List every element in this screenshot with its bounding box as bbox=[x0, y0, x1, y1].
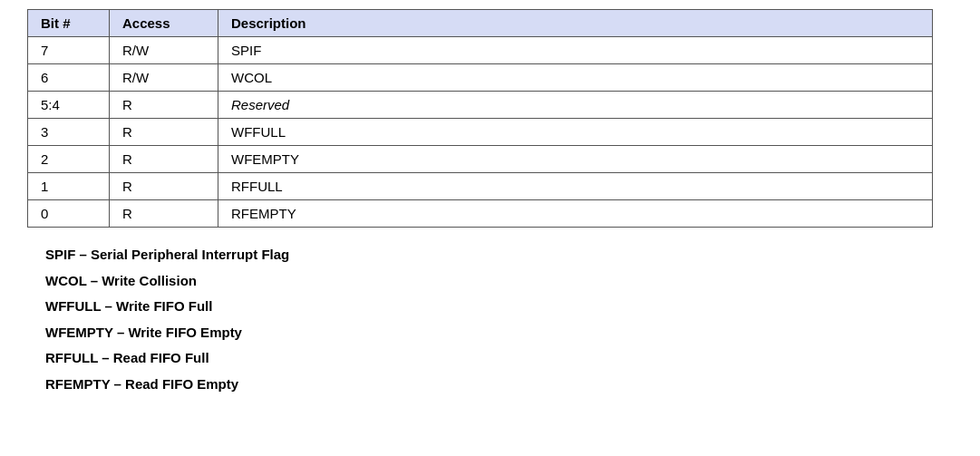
cell-description: RFEMPTY bbox=[218, 200, 933, 228]
definition-item: WCOL – Write Collision bbox=[45, 268, 962, 295]
table-row: 6R/WWCOL bbox=[28, 64, 933, 92]
cell-access: R bbox=[110, 92, 218, 119]
cell-description: WFEMPTY bbox=[218, 146, 933, 173]
table-row: 5:4RReserved bbox=[28, 92, 933, 119]
table-row: 0RRFEMPTY bbox=[28, 200, 933, 228]
cell-access: R bbox=[110, 119, 218, 146]
definition-item: RFEMPTY – Read FIFO Empty bbox=[45, 372, 962, 398]
register-table-container: Bit # Access Description 7R/WSPIF6R/WWCO… bbox=[18, 9, 962, 228]
cell-bit: 2 bbox=[28, 146, 110, 173]
cell-description: SPIF bbox=[218, 37, 933, 64]
cell-description: WCOL bbox=[218, 64, 933, 92]
cell-description: Reserved bbox=[218, 92, 933, 119]
cell-access: R/W bbox=[110, 64, 218, 92]
cell-bit: 1 bbox=[28, 173, 110, 200]
definition-item: SPIF – Serial Peripheral Interrupt Flag bbox=[45, 242, 962, 268]
cell-access: R bbox=[110, 200, 218, 228]
cell-description: RFFULL bbox=[218, 173, 933, 200]
cell-bit: 0 bbox=[28, 200, 110, 228]
cell-bit: 3 bbox=[28, 119, 110, 146]
register-table: Bit # Access Description 7R/WSPIF6R/WWCO… bbox=[27, 9, 933, 228]
table-body: 7R/WSPIF6R/WWCOL5:4RReserved3RWFFULL2RWF… bbox=[28, 37, 933, 228]
cell-bit: 5:4 bbox=[28, 92, 110, 119]
definitions-section: SPIF – Serial Peripheral Interrupt FlagW… bbox=[45, 242, 962, 397]
table-row: 1RRFFULL bbox=[28, 173, 933, 200]
table-row: 2RWFEMPTY bbox=[28, 146, 933, 173]
header-description: Description bbox=[218, 10, 933, 37]
definition-item: WFEMPTY – Write FIFO Empty bbox=[45, 320, 962, 346]
cell-access: R/W bbox=[110, 37, 218, 64]
cell-bit: 7 bbox=[28, 37, 110, 64]
cell-access: R bbox=[110, 146, 218, 173]
cell-description: WFFULL bbox=[218, 119, 933, 146]
table-header-row: Bit # Access Description bbox=[28, 10, 933, 37]
header-bit: Bit # bbox=[28, 10, 110, 37]
definition-item: WFFULL – Write FIFO Full bbox=[45, 294, 962, 320]
header-access: Access bbox=[110, 10, 218, 37]
definition-item: RFFULL – Read FIFO Full bbox=[45, 345, 962, 372]
table-row: 7R/WSPIF bbox=[28, 37, 933, 64]
cell-access: R bbox=[110, 173, 218, 200]
table-row: 3RWFFULL bbox=[28, 119, 933, 146]
cell-bit: 6 bbox=[28, 64, 110, 92]
